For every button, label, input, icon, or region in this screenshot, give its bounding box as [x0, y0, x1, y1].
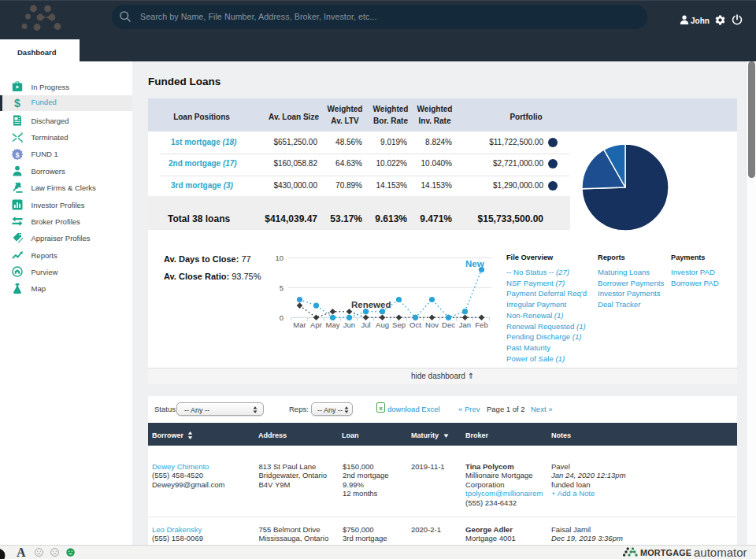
svg-text:$: $ — [15, 150, 19, 158]
svg-text:Jan: Jan — [459, 320, 471, 329]
svg-text:Jul: Jul — [361, 320, 370, 329]
svg-text:x: x — [379, 405, 383, 412]
svg-text:5: 5 — [280, 283, 284, 292]
svg-text:$: $ — [14, 98, 20, 109]
svg-text:Dec: Dec — [442, 320, 455, 329]
svg-text:Nov: Nov — [425, 320, 439, 329]
svg-text:May: May — [326, 320, 340, 329]
svg-text:Feb: Feb — [475, 320, 487, 329]
svg-text:New: New — [465, 259, 484, 268]
svg-text:Aug: Aug — [376, 320, 389, 329]
svg-text:Sep: Sep — [392, 320, 406, 329]
svg-text:0: 0 — [280, 313, 284, 322]
svg-text:Mar: Mar — [293, 320, 306, 329]
svg-text:Oct: Oct — [410, 320, 421, 329]
svg-text:Renewed: Renewed — [351, 300, 391, 309]
svg-text:10: 10 — [275, 254, 284, 262]
svg-text:Apr: Apr — [310, 320, 322, 329]
svg-text:Jun: Jun — [343, 320, 355, 329]
